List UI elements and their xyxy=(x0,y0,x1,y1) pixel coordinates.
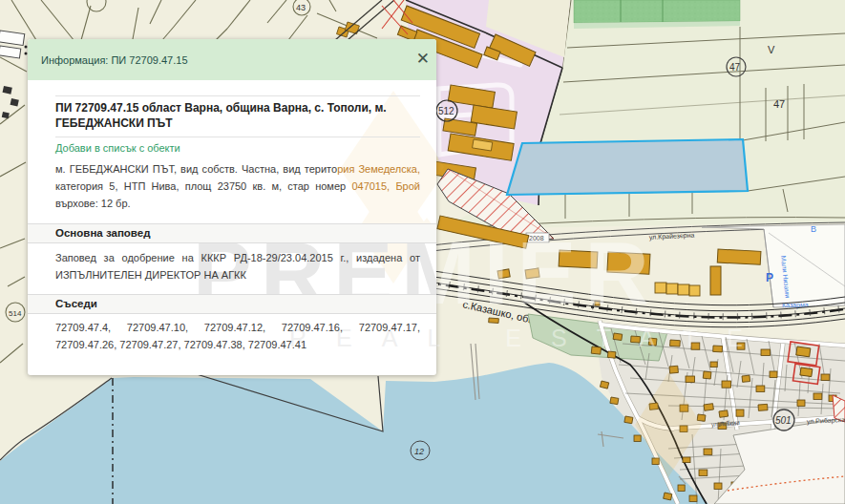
svg-text:47: 47 xyxy=(773,98,785,110)
svg-text:512: 512 xyxy=(438,106,454,116)
svg-text:V: V xyxy=(768,44,775,55)
svg-text:В: В xyxy=(811,224,816,234)
svg-text:501: 501 xyxy=(775,415,792,426)
svg-text:43: 43 xyxy=(296,3,306,12)
svg-text:514: 514 xyxy=(9,309,22,318)
svg-text:12: 12 xyxy=(414,447,424,456)
svg-text:P: P xyxy=(766,271,773,284)
svg-text:47: 47 xyxy=(729,62,741,73)
